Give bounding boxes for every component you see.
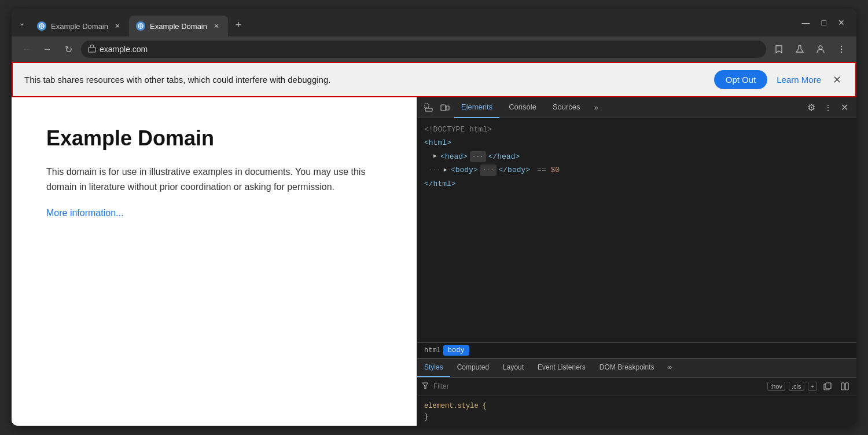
tab-title-1: Example Domain [51,22,108,31]
close-button[interactable]: ✕ [838,18,845,27]
styles-tab-computed[interactable]: Computed [450,359,496,377]
styles-tabs: Styles Computed Layout Event Listeners D… [417,359,856,378]
tab-favicon-2 [136,21,145,31]
devtools-close-button[interactable]: ✕ [837,102,852,113]
info-bar-message: This tab shares resources with other tab… [24,75,705,85]
dom-selected-marker: == $0 [537,163,560,177]
browser-tab-2[interactable]: Example Domain ✕ [129,16,228,36]
dom-tree: <!DOCTYPE html> <html> ▶ <head> ··· </he… [417,118,856,342]
tab-close-2[interactable]: ✕ [212,21,221,31]
menu-icon[interactable] [833,41,849,57]
dom-html-close-tag: </html> [424,177,456,191]
styles-panel: Styles Computed Layout Event Listeners D… [417,359,856,426]
maximize-button[interactable]: □ [822,18,826,27]
svg-point-9 [841,49,842,50]
dom-head-line[interactable]: ▶ <head> ··· </head> [424,150,849,163]
labs-icon[interactable] [792,41,808,57]
learn-more-link[interactable]: Learn More [777,75,821,85]
dom-head-close: </head> [488,150,520,163]
more-info-link[interactable]: More information... [46,208,123,218]
window-controls: — □ ✕ [802,18,849,27]
filter-icon [422,382,429,391]
breadcrumb-body[interactable]: body [443,345,469,356]
svg-point-10 [841,52,842,53]
svg-point-8 [841,46,842,47]
dom-body-triangle[interactable]: ▶ [444,165,447,176]
svg-rect-12 [425,108,432,111]
dom-html-open-tag: <html> [424,136,451,149]
styles-tab-layout[interactable]: Layout [496,359,531,377]
devtools-tab-elements[interactable]: Elements [454,97,499,118]
svg-rect-14 [446,106,449,110]
svg-rect-18 [841,383,844,390]
device-toolbar-icon[interactable] [438,101,452,115]
title-bar: ⌄ Example Domain ✕ Example Domain ✕ + [12,9,856,36]
page-body: This domain is for use in illustrative e… [46,165,382,194]
tab-strip: Example Domain ✕ Example Domain ✕ + [30,9,802,36]
browser-tab-1[interactable]: Example Domain ✕ [30,16,129,36]
dom-head-ellipsis[interactable]: ··· [470,151,486,163]
dom-body-line[interactable]: ··· ▶ <body> ··· </body> == $0 [424,163,849,177]
minimize-button[interactable]: — [802,18,810,27]
dom-doctype-line: <!DOCTYPE html> [424,123,849,136]
svg-rect-6 [89,47,95,52]
devtools-toolbar: Elements Console Sources » ⚙ ⋮ ✕ [417,97,856,118]
dom-head-triangle[interactable]: ▶ [433,151,437,162]
styles-tab-more[interactable]: » [661,359,679,377]
tab-favicon-1 [37,21,46,31]
back-button[interactable]: ← [19,41,35,57]
styles-copy-icon[interactable] [821,379,834,393]
browser-toolbar: ← → ↻ example.com [12,36,856,62]
dom-head-open: <head> [440,150,468,163]
browser-window: ⌄ Example Domain ✕ Example Domain ✕ + [12,9,856,426]
styles-tab-styles[interactable]: Styles [417,359,450,377]
devtools-more-tabs[interactable]: » [590,103,603,112]
dom-html-open-line: <html> [424,136,849,149]
dom-body-open: <body> [451,163,478,177]
main-content: Example Domain This domain is for use in… [12,97,856,426]
dom-doctype-text: <!DOCTYPE html> [424,123,492,136]
reload-button[interactable]: ↻ [60,41,76,57]
filter-cls-button[interactable]: .cls [789,382,804,391]
filter-actions: :hov .cls + [767,379,852,393]
dom-body-ellipsis[interactable]: ··· [480,165,496,176]
styles-close-brace: } [424,413,428,421]
tab-list-button[interactable]: ⌄ [19,18,25,27]
tab-close-1[interactable]: ✕ [113,21,122,31]
info-bar-close-button[interactable]: ✕ [830,71,844,89]
devtools-settings-icon[interactable]: ⚙ [804,102,819,113]
devtools-tab-sources[interactable]: Sources [546,97,587,118]
forward-button[interactable]: → [39,41,56,57]
page-content: Example Domain This domain is for use in… [12,97,417,426]
bookmark-icon[interactable] [771,41,787,57]
filter-plus-button[interactable]: + [808,382,817,391]
dom-html-close-line: </html> [424,177,849,191]
styles-layout-icon[interactable] [838,379,852,393]
styles-filter-input[interactable] [433,382,763,390]
devtools-more-options-icon[interactable]: ⋮ [821,101,835,115]
profile-icon[interactable] [812,41,829,57]
filter-hov-button[interactable]: :hov [767,382,785,391]
toolbar-actions [771,41,849,57]
svg-rect-19 [845,383,848,390]
devtools-tab-console[interactable]: Console [502,97,543,118]
security-icon [88,45,96,54]
styles-code-block: element.style { } [417,396,856,426]
opt-out-button[interactable]: Opt Out [714,70,768,89]
svg-rect-13 [441,105,446,111]
dom-body-close: </body> [499,163,531,177]
page-title: Example Domain [46,126,382,151]
new-tab-button[interactable]: + [230,17,247,33]
styles-tab-event-listeners[interactable]: Event Listeners [531,359,593,377]
dom-body-dots: ··· [429,165,440,176]
styles-selector: element.style { [424,402,487,410]
address-text: example.com [100,45,148,54]
breadcrumb-html[interactable]: html [424,346,441,354]
svg-rect-11 [425,104,429,108]
svg-point-7 [819,46,822,49]
inspect-element-icon[interactable] [422,101,436,115]
breadcrumb-bar: html body [417,342,856,359]
address-bar[interactable]: example.com [81,41,766,58]
styles-tab-dom-breakpoints[interactable]: DOM Breakpoints [593,359,661,377]
styles-filter-bar: :hov .cls + [417,378,856,396]
